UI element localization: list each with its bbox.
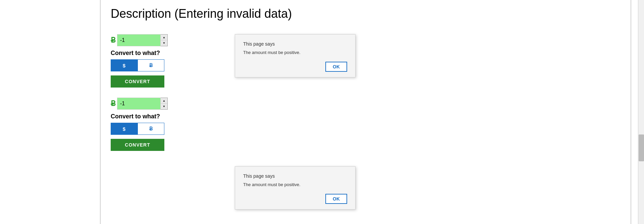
bitcoin-icon-1: Ƀ <box>111 36 116 45</box>
spinner-1: ▲ ▼ <box>161 34 168 46</box>
dialog-2: This page says The amount must be positi… <box>235 166 356 210</box>
toggle-row-2: $ Ƀ <box>111 123 164 135</box>
dialog-1-footer: OK <box>243 62 347 72</box>
spinner-down-2[interactable]: ▼ <box>161 104 167 109</box>
convert-to-label-2: Convert to what? <box>111 113 621 120</box>
toggle-row-1: $ Ƀ <box>111 59 164 71</box>
amount-input-2[interactable] <box>117 98 161 110</box>
converter-section-2: Ƀ ▲ ▼ Convert to what? $ Ƀ CONVERT This … <box>111 98 621 151</box>
spinner-down-1[interactable]: ▼ <box>161 40 167 46</box>
right-border <box>631 0 644 224</box>
dialog-1-message: The amount must be positive. <box>243 50 347 55</box>
dialog-1: This page says The amount must be positi… <box>235 34 356 77</box>
convert-button-2[interactable]: CONVERT <box>111 139 164 151</box>
dialog-2-title: This page says <box>243 173 347 179</box>
toggle-dollar-2[interactable]: $ <box>111 123 138 135</box>
converter-section-1: Ƀ ▲ ▼ Convert to what? $ Ƀ CONVERT This … <box>111 34 621 88</box>
dialog-2-message: The amount must be positive. <box>243 182 347 187</box>
left-border <box>0 0 101 224</box>
bitcoin-icon-2: Ƀ <box>111 99 116 108</box>
spinner-up-1[interactable]: ▲ <box>161 35 167 40</box>
amount-input-1[interactable] <box>117 34 161 46</box>
dialog-2-ok-button[interactable]: OK <box>325 194 347 204</box>
scrollbar[interactable] <box>638 0 644 224</box>
input-row-1: Ƀ ▲ ▼ <box>111 34 621 46</box>
dialog-1-title: This page says <box>243 41 347 47</box>
scrollbar-thumb[interactable] <box>639 134 644 161</box>
spinner-2: ▲ ▼ <box>161 98 168 110</box>
main-content: Description (Entering invalid data) Ƀ ▲ … <box>101 0 631 224</box>
convert-button-1[interactable]: CONVERT <box>111 75 164 88</box>
toggle-dollar-1[interactable]: $ <box>111 59 138 71</box>
convert-to-label-1: Convert to what? <box>111 50 621 57</box>
spinner-up-2[interactable]: ▲ <box>161 98 167 104</box>
dialog-1-ok-button[interactable]: OK <box>325 62 347 72</box>
toggle-bitcoin-2[interactable]: Ƀ <box>138 123 164 135</box>
dialog-2-footer: OK <box>243 194 347 204</box>
input-row-2: Ƀ ▲ ▼ <box>111 98 621 110</box>
toggle-bitcoin-1[interactable]: Ƀ <box>138 59 164 71</box>
page-title: Description (Entering invalid data) <box>111 7 621 21</box>
